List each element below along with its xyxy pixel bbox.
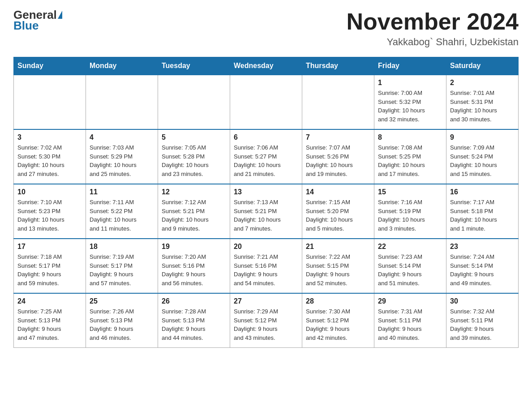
day-info: Sunrise: 7:10 AM Sunset: 5:23 PM Dayligh… <box>17 198 82 233</box>
day-number: 2 <box>450 79 515 87</box>
day-number: 22 <box>378 243 442 251</box>
calendar-cell: 6Sunrise: 7:06 AM Sunset: 5:27 PM Daylig… <box>230 129 302 184</box>
calendar-week-2: 3Sunrise: 7:02 AM Sunset: 5:30 PM Daylig… <box>14 129 519 184</box>
calendar-cell: 29Sunrise: 7:31 AM Sunset: 5:11 PM Dayli… <box>374 293 446 348</box>
day-info: Sunrise: 7:24 AM Sunset: 5:14 PM Dayligh… <box>450 253 515 287</box>
day-number: 26 <box>162 297 226 305</box>
calendar-cell: 19Sunrise: 7:20 AM Sunset: 5:16 PM Dayli… <box>158 239 230 293</box>
calendar-cell <box>230 75 302 129</box>
day-number: 14 <box>306 188 370 196</box>
calendar-cell <box>14 75 86 129</box>
calendar-cell: 2Sunrise: 7:01 AM Sunset: 5:31 PM Daylig… <box>446 75 519 129</box>
calendar-cell: 9Sunrise: 7:09 AM Sunset: 5:24 PM Daylig… <box>446 129 519 184</box>
day-number: 30 <box>450 297 515 305</box>
logo: General Blue <box>13 9 62 33</box>
day-info: Sunrise: 7:23 AM Sunset: 5:14 PM Dayligh… <box>378 253 442 287</box>
calendar-cell <box>158 75 230 129</box>
day-info: Sunrise: 7:15 AM Sunset: 5:20 PM Dayligh… <box>306 198 370 233</box>
calendar-week-4: 17Sunrise: 7:18 AM Sunset: 5:17 PM Dayli… <box>14 239 519 293</box>
calendar-cell: 3Sunrise: 7:02 AM Sunset: 5:30 PM Daylig… <box>14 129 86 184</box>
day-number: 24 <box>17 297 82 305</box>
day-info: Sunrise: 7:11 AM Sunset: 5:22 PM Dayligh… <box>90 198 154 233</box>
location-title: Yakkabog` Shahri, Uzbekistan <box>347 36 519 48</box>
weekday-header-tuesday: Tuesday <box>158 57 230 75</box>
calendar-cell: 22Sunrise: 7:23 AM Sunset: 5:14 PM Dayli… <box>374 239 446 293</box>
weekday-header-saturday: Saturday <box>446 57 519 75</box>
calendar-cell: 12Sunrise: 7:12 AM Sunset: 5:21 PM Dayli… <box>158 184 230 239</box>
calendar-cell: 21Sunrise: 7:22 AM Sunset: 5:15 PM Dayli… <box>302 239 374 293</box>
logo-triangle-icon <box>58 11 62 19</box>
calendar-cell: 1Sunrise: 7:00 AM Sunset: 5:32 PM Daylig… <box>374 75 446 129</box>
day-number: 19 <box>162 243 226 251</box>
day-info: Sunrise: 7:19 AM Sunset: 5:17 PM Dayligh… <box>90 253 154 287</box>
weekday-header-monday: Monday <box>86 57 158 75</box>
calendar-table: SundayMondayTuesdayWednesdayThursdayFrid… <box>13 57 519 348</box>
day-number: 13 <box>234 188 298 196</box>
calendar-cell <box>302 75 374 129</box>
calendar-cell: 25Sunrise: 7:26 AM Sunset: 5:13 PM Dayli… <box>86 293 158 348</box>
day-number: 7 <box>306 133 370 141</box>
day-info: Sunrise: 7:25 AM Sunset: 5:13 PM Dayligh… <box>17 307 82 342</box>
calendar-cell: 23Sunrise: 7:24 AM Sunset: 5:14 PM Dayli… <box>446 239 519 293</box>
day-number: 8 <box>378 133 442 141</box>
calendar-cell: 26Sunrise: 7:28 AM Sunset: 5:13 PM Dayli… <box>158 293 230 348</box>
day-number: 29 <box>378 297 442 305</box>
calendar-cell: 8Sunrise: 7:08 AM Sunset: 5:25 PM Daylig… <box>374 129 446 184</box>
calendar-cell: 7Sunrise: 7:07 AM Sunset: 5:26 PM Daylig… <box>302 129 374 184</box>
day-info: Sunrise: 7:30 AM Sunset: 5:12 PM Dayligh… <box>306 307 370 342</box>
weekday-header-thursday: Thursday <box>302 57 374 75</box>
calendar-body: 1Sunrise: 7:00 AM Sunset: 5:32 PM Daylig… <box>14 75 519 348</box>
day-number: 21 <box>306 243 370 251</box>
calendar-cell: 24Sunrise: 7:25 AM Sunset: 5:13 PM Dayli… <box>14 293 86 348</box>
calendar-cell <box>86 75 158 129</box>
calendar-week-1: 1Sunrise: 7:00 AM Sunset: 5:32 PM Daylig… <box>14 75 519 129</box>
day-number: 3 <box>17 133 82 141</box>
calendar-week-3: 10Sunrise: 7:10 AM Sunset: 5:23 PM Dayli… <box>14 184 519 239</box>
day-info: Sunrise: 7:01 AM Sunset: 5:31 PM Dayligh… <box>450 89 515 124</box>
day-number: 11 <box>90 188 154 196</box>
day-info: Sunrise: 7:08 AM Sunset: 5:25 PM Dayligh… <box>378 143 442 178</box>
day-number: 1 <box>378 79 442 87</box>
day-number: 4 <box>90 133 154 141</box>
day-info: Sunrise: 7:29 AM Sunset: 5:12 PM Dayligh… <box>234 307 298 342</box>
calendar-cell: 11Sunrise: 7:11 AM Sunset: 5:22 PM Dayli… <box>86 184 158 239</box>
day-number: 20 <box>234 243 298 251</box>
day-number: 12 <box>162 188 226 196</box>
title-block: November 2024 Yakkabog` Shahri, Uzbekist… <box>347 9 519 48</box>
day-number: 15 <box>378 188 442 196</box>
day-info: Sunrise: 7:02 AM Sunset: 5:30 PM Dayligh… <box>17 143 82 178</box>
weekday-header-sunday: Sunday <box>14 57 86 75</box>
day-info: Sunrise: 7:21 AM Sunset: 5:16 PM Dayligh… <box>234 253 298 287</box>
day-info: Sunrise: 7:00 AM Sunset: 5:32 PM Dayligh… <box>378 89 442 124</box>
day-info: Sunrise: 7:16 AM Sunset: 5:19 PM Dayligh… <box>378 198 442 233</box>
day-info: Sunrise: 7:31 AM Sunset: 5:11 PM Dayligh… <box>378 307 442 342</box>
day-info: Sunrise: 7:20 AM Sunset: 5:16 PM Dayligh… <box>162 253 226 287</box>
calendar-cell: 16Sunrise: 7:17 AM Sunset: 5:18 PM Dayli… <box>446 184 519 239</box>
day-info: Sunrise: 7:09 AM Sunset: 5:24 PM Dayligh… <box>450 143 515 178</box>
day-info: Sunrise: 7:26 AM Sunset: 5:13 PM Dayligh… <box>90 307 154 342</box>
calendar-cell: 30Sunrise: 7:32 AM Sunset: 5:11 PM Dayli… <box>446 293 519 348</box>
day-number: 16 <box>450 188 515 196</box>
day-info: Sunrise: 7:07 AM Sunset: 5:26 PM Dayligh… <box>306 143 370 178</box>
calendar-cell: 17Sunrise: 7:18 AM Sunset: 5:17 PM Dayli… <box>14 239 86 293</box>
calendar-cell: 14Sunrise: 7:15 AM Sunset: 5:20 PM Dayli… <box>302 184 374 239</box>
weekday-header-wednesday: Wednesday <box>230 57 302 75</box>
day-number: 18 <box>90 243 154 251</box>
calendar-cell: 5Sunrise: 7:05 AM Sunset: 5:28 PM Daylig… <box>158 129 230 184</box>
day-info: Sunrise: 7:18 AM Sunset: 5:17 PM Dayligh… <box>17 253 82 287</box>
month-title: November 2024 <box>347 9 519 34</box>
day-info: Sunrise: 7:28 AM Sunset: 5:13 PM Dayligh… <box>162 307 226 342</box>
day-info: Sunrise: 7:32 AM Sunset: 5:11 PM Dayligh… <box>450 307 515 342</box>
day-info: Sunrise: 7:12 AM Sunset: 5:21 PM Dayligh… <box>162 198 226 233</box>
calendar-cell: 28Sunrise: 7:30 AM Sunset: 5:12 PM Dayli… <box>302 293 374 348</box>
calendar-cell: 27Sunrise: 7:29 AM Sunset: 5:12 PM Dayli… <box>230 293 302 348</box>
calendar-header: SundayMondayTuesdayWednesdayThursdayFrid… <box>14 57 519 75</box>
day-number: 28 <box>306 297 370 305</box>
day-number: 17 <box>17 243 82 251</box>
day-info: Sunrise: 7:03 AM Sunset: 5:29 PM Dayligh… <box>90 143 154 178</box>
calendar-cell: 10Sunrise: 7:10 AM Sunset: 5:23 PM Dayli… <box>14 184 86 239</box>
day-info: Sunrise: 7:17 AM Sunset: 5:18 PM Dayligh… <box>450 198 515 233</box>
day-info: Sunrise: 7:06 AM Sunset: 5:27 PM Dayligh… <box>234 143 298 178</box>
day-number: 10 <box>17 188 82 196</box>
page-header: General Blue November 2024 Yakkabog` Sha… <box>13 9 519 48</box>
